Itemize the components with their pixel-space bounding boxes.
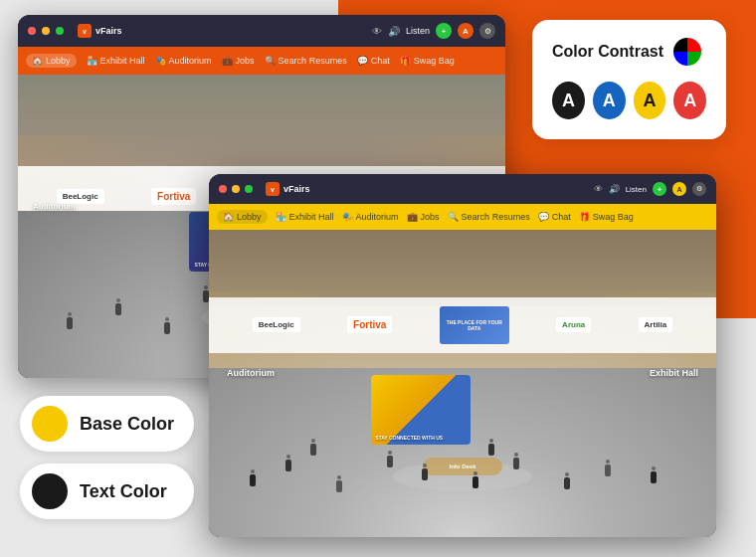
front-person-3 [336,480,342,492]
base-color-item[interactable]: Base Color [20,396,194,452]
letter-circle-red: A [673,82,706,119]
front-browser-window: v vFairs 👁 🔊 Listen + A ⚙ 🏠 Lobby 🏪 Exhi… [209,174,716,537]
front-person-8 [564,477,570,489]
front-content-area: BeeLogic Fortiva THE PLACE FOR YOUR DATA… [209,230,716,537]
main-background: v vFairs 👁 🔊 Listen + A ⚙ 🏠 Lobby 🏪 Exhi… [0,0,756,557]
front-sponsor-fortiva: Fortiva [347,316,392,333]
dot-green [56,27,64,35]
back-app-name: vFairs [95,26,122,36]
person-1 [67,317,73,329]
front-people [209,414,716,506]
text-color-item[interactable]: Text Color [20,464,194,519]
front-a-circle: A [672,182,686,196]
letter-circle-black: A [552,82,585,119]
front-audio-icon: 🔊 [609,184,620,194]
front-person-9 [605,464,611,476]
back-nav-bar: 🏠 Lobby 🏪 Exhibit Hall 🎭 Auditorium 💼 Jo… [18,47,505,75]
front-nav-swag[interactable]: 🎁 Swag Bag [579,212,634,222]
front-nav-search[interactable]: 🔍 Search Resumes [448,212,530,222]
back-nav-swag[interactable]: 🎁 Swag Bag [400,56,455,66]
a-circle-orange: A [458,23,473,39]
bottom-color-labels: Base Color Text Color [20,396,194,519]
back-auditorium-label: Auditorium [33,202,76,211]
back-nav-lobby[interactable]: 🏠 Lobby [26,54,77,68]
contrast-panel: Color Contrast A A A A [532,20,726,139]
letter-circle-yellow: A [634,82,666,119]
plus-circle[interactable]: + [436,23,452,39]
front-person-6 [472,476,478,488]
back-toolbar: 👁 🔊 Listen + A ⚙ [372,23,495,39]
text-color-swatch [32,473,68,509]
front-dot-red [219,185,227,193]
front-person-1 [250,474,256,486]
back-browser-bar: v vFairs 👁 🔊 Listen + A ⚙ [18,15,505,47]
front-browser-bar: v vFairs 👁 🔊 Listen + A ⚙ [209,174,716,204]
front-nav-bar: 🏠 Lobby 🏪 Exhibit Hall 🎭 Auditorium 💼 Jo… [209,204,716,230]
front-nav-chat[interactable]: 💬 Chat [538,212,571,222]
person-2 [115,303,121,315]
back-nav-jobs[interactable]: 💼 Jobs [222,56,255,66]
front-app-name: vFairs [284,184,310,194]
front-person-10 [651,471,657,483]
contrast-title: Color Contrast [552,43,663,61]
dot-red [28,27,36,35]
front-sponsor-aruna: Aruna [556,317,591,332]
front-sponsor-artilia: Artilia [639,317,673,332]
front-auditorium-label: Auditorium [227,368,275,378]
front-toolbar: 👁 🔊 Listen + A ⚙ [594,182,706,196]
audio-icon: 🔊 [388,26,400,37]
back-vfairs-logo: v vFairs [78,24,122,38]
front-vfairs-icon: v [266,182,280,196]
back-nav-search[interactable]: 🔍 Search Resumes [265,56,347,66]
vfairs-icon: v [78,24,92,38]
front-person-5 [422,468,428,480]
front-dot-green [245,185,253,193]
front-lobby-scene: BeeLogic Fortiva THE PLACE FOR YOUR DATA… [209,230,716,537]
listen-label: Listen [406,26,430,36]
settings-icon[interactable]: ⚙ [479,23,495,39]
front-plus-circle[interactable]: + [653,182,666,196]
front-person-12 [488,444,494,456]
front-person-4 [387,456,393,467]
front-sponsor-banner: THE PLACE FOR YOUR DATA [440,306,509,344]
base-color-label: Base Color [80,414,174,435]
front-dot-yellow [232,185,240,193]
front-sponsor-bar: BeeLogic Fortiva THE PLACE FOR YOUR DATA… [209,297,716,353]
front-nav-auditorium[interactable]: 🎭 Auditorium [342,212,399,222]
letter-circle-blue: A [593,82,626,119]
contrast-wheel-icon [673,38,701,66]
front-nav-exhibit[interactable]: 🏪 Exhibit Hall [276,212,334,222]
front-person-2 [285,460,291,471]
front-settings-icon[interactable]: ⚙ [692,182,706,196]
letter-circles-group: A A A A [552,82,706,119]
back-nav-chat[interactable]: 💬 Chat [357,56,390,66]
front-eye-icon: 👁 [594,184,603,194]
eye-icon: 👁 [372,26,382,37]
back-nav-auditorium[interactable]: 🎭 Auditorium [155,56,212,66]
back-nav-exhibit[interactable]: 🏪 Exhibit Hall [87,56,145,66]
front-listen-label: Listen [626,185,647,194]
front-exhibit-label: Exhibit Hall [650,368,698,378]
text-color-label: Text Color [80,481,167,502]
dot-yellow [42,27,50,35]
front-vfairs-logo: v vFairs [266,182,310,196]
front-person-7 [513,458,519,469]
front-nav-jobs[interactable]: 💼 Jobs [407,212,440,222]
base-color-swatch [32,406,68,442]
person-3 [164,322,170,334]
front-nav-lobby[interactable]: 🏠 Lobby [217,210,268,224]
front-sponsor-beelogic: BeeLogic [253,317,300,332]
front-person-11 [310,444,316,456]
sponsor-fortiva: Fortiva [151,188,196,205]
contrast-header: Color Contrast [552,38,706,66]
